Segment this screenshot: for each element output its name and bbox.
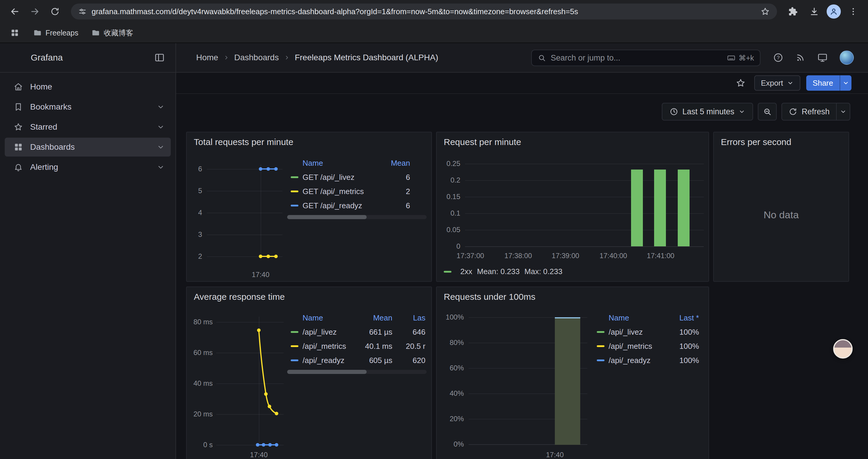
search-input[interactable] [551, 54, 722, 63]
browser-forward-button[interactable] [26, 3, 44, 21]
panel-title[interactable]: Request per minute [444, 137, 521, 147]
series-last: 620 [392, 356, 427, 365]
sidebar-item-alerting[interactable]: Alerting [5, 158, 171, 177]
y-tick: 3 [190, 230, 202, 239]
series-color-blue [597, 359, 604, 361]
browser-menu-icon[interactable] [844, 3, 862, 21]
series-name[interactable]: GET /api/_metrics [303, 187, 373, 196]
legend-table: Name Last * /api/_livez 100% /api/_metri… [593, 311, 703, 367]
share-menu-caret[interactable] [840, 75, 851, 91]
sidebar-item-dashboards[interactable]: Dashboards [5, 138, 171, 157]
series-name[interactable]: /api/_readyz [303, 356, 353, 365]
address-bar[interactable]: grafana.mathmast.com/d/deytv4rwavabkb/fr… [71, 4, 777, 20]
series-name[interactable]: /api/_livez [303, 328, 353, 337]
y-tick: 20 ms [189, 409, 213, 419]
series-name[interactable]: 2xx [460, 267, 472, 276]
col-header-last[interactable]: Last * [661, 314, 703, 323]
breadcrumb-home[interactable]: Home [196, 53, 218, 62]
scrollbar-thumb[interactable] [287, 215, 367, 219]
chevron-down-icon[interactable] [157, 123, 165, 131]
grid-line [260, 164, 261, 260]
chevron-down-icon[interactable] [157, 103, 165, 111]
col-header-name[interactable]: Name [303, 159, 373, 168]
main-content: Export Share Last 5 minutes [176, 73, 868, 459]
breadcrumb-dashboards[interactable]: Dashboards [234, 53, 279, 62]
extensions-icon[interactable] [784, 3, 802, 21]
y-tick: 80 ms [189, 317, 213, 327]
kiosk-monitor-icon[interactable] [817, 52, 828, 63]
col-header-name[interactable]: Name [303, 314, 353, 323]
browser-reload-button[interactable] [46, 3, 64, 21]
series-name[interactable]: /api/_livez [609, 328, 661, 337]
browser-profile-avatar[interactable] [827, 4, 841, 19]
y-tick: 4 [190, 208, 202, 218]
series-name[interactable]: GET /api/_readyz [303, 201, 373, 210]
news-rss-icon[interactable] [795, 53, 805, 63]
site-info-icon[interactable] [78, 7, 87, 16]
grafana-logo[interactable] [9, 50, 25, 65]
browser-back-button[interactable] [6, 3, 24, 21]
star-icon [13, 122, 23, 132]
series-name[interactable]: /api/_readyz [609, 356, 661, 365]
refresh-interval-caret[interactable] [836, 103, 850, 120]
horizontal-scrollbar[interactable] [287, 215, 427, 219]
bar-2xx [654, 169, 666, 246]
user-avatar[interactable] [840, 51, 854, 65]
grid-line [207, 213, 282, 213]
bookmark-star-icon[interactable] [761, 7, 770, 16]
x-tick: 17:40 [540, 450, 569, 459]
apps-grid-icon[interactable] [7, 25, 23, 40]
bookmark-folder-blogs[interactable]: 收藏博客 [87, 26, 138, 40]
y-tick: 60 ms [189, 348, 213, 357]
chevron-down-icon[interactable] [157, 163, 165, 171]
share-button[interactable]: Share [806, 75, 840, 91]
panel-title[interactable]: Total requests per minute [194, 137, 293, 147]
chevron-down-icon[interactable] [157, 143, 165, 151]
refresh-split-button: Refresh [781, 103, 850, 121]
time-range-label: Last 5 minutes [682, 107, 735, 117]
sidebar-item-home[interactable]: Home [5, 77, 171, 96]
panel-title[interactable]: Requests under 100ms [444, 292, 535, 302]
search-bar[interactable]: ⌘+k [531, 50, 761, 66]
series-mean: 40.1 ms [353, 342, 392, 351]
series-color-green [291, 176, 299, 178]
series-name[interactable]: /api/_metrics [609, 342, 661, 351]
panel-title[interactable]: Errors per second [721, 137, 791, 147]
horizontal-scrollbar[interactable] [287, 370, 427, 374]
series-last: 100% [661, 342, 703, 351]
col-header-last[interactable]: Las [392, 314, 427, 323]
zoom-out-button[interactable] [758, 103, 777, 121]
series-name[interactable]: /api/_metrics [303, 342, 353, 351]
series-name[interactable]: GET /api/_livez [303, 173, 373, 182]
col-header-name[interactable]: Name [609, 314, 661, 323]
floating-assistant-avatar[interactable] [833, 339, 852, 359]
downloads-icon[interactable] [805, 3, 823, 21]
panel-title[interactable]: Average response time [194, 292, 285, 302]
time-range-picker[interactable]: Last 5 minutes [662, 103, 753, 121]
brand-name: Grafana [31, 53, 146, 63]
col-header-mean[interactable]: Mean [353, 314, 392, 323]
col-header-mean[interactable]: Mean [373, 159, 427, 168]
series-mean: Mean: 0.233 [477, 267, 520, 276]
share-split-button: Share [806, 75, 851, 91]
time-controls: Last 5 minutes Refresh [662, 103, 850, 121]
y-tick: 0 s [189, 440, 213, 450]
legend-header-row: Name Mean Las [287, 311, 427, 325]
export-button[interactable]: Export [754, 75, 800, 91]
chevron-right-icon [284, 54, 290, 61]
legend-row: /api/_livez 661 µs 646 [287, 325, 427, 339]
bar-2xx [678, 169, 689, 246]
sidebar-item-starred[interactable]: Starred [5, 118, 171, 136]
help-icon[interactable] [773, 52, 783, 63]
dashboard-actions-row: Export Share [176, 73, 868, 94]
sidebar-item-bookmarks[interactable]: Bookmarks [5, 97, 171, 117]
scrollbar-thumb[interactable] [287, 370, 367, 374]
refresh-button[interactable]: Refresh [782, 103, 836, 120]
dock-nav-icon[interactable] [152, 50, 167, 65]
y-tick: 0.05 [441, 225, 460, 234]
grid-line [207, 234, 282, 235]
favorite-star-icon[interactable] [733, 75, 748, 91]
legend-table: Name Mean GET /api/_livez 6 GET /api/_me… [287, 156, 427, 213]
y-tick: 0.25 [441, 159, 460, 168]
bookmark-folder-freeleaps[interactable]: Freeleaps [28, 26, 83, 40]
